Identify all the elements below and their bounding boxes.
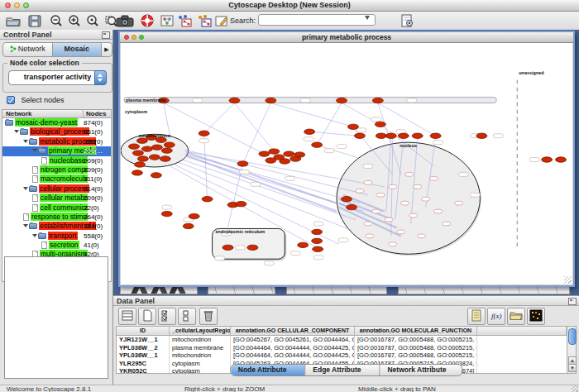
zoom-out-icon[interactable] xyxy=(48,13,65,28)
network-window-titlebar[interactable]: primary metabolic process xyxy=(120,32,573,43)
tab-edge-attribute-browser[interactable]: Edge Attribute Browser xyxy=(304,365,379,375)
tab-network-attribute-browser[interactable]: Network Attribute Browser xyxy=(379,365,462,375)
select-nodes-checkbox[interactable] xyxy=(7,96,15,104)
network-node[interactable] xyxy=(269,149,280,154)
network-node[interactable] xyxy=(376,193,385,197)
network-node[interactable] xyxy=(418,234,426,238)
network-node[interactable] xyxy=(237,161,248,166)
zoom-in-icon[interactable] xyxy=(66,13,83,28)
network-node[interactable] xyxy=(385,133,396,138)
network-node[interactable] xyxy=(414,184,422,189)
network-node[interactable] xyxy=(389,184,397,189)
matrix-icon[interactable] xyxy=(527,308,545,325)
tree-header-nodes[interactable]: Nodes xyxy=(83,110,106,117)
network-node[interactable] xyxy=(312,238,323,243)
network-node[interactable] xyxy=(372,209,380,213)
column-header[interactable]: annotation.GO CELLULAR_COMPONENT xyxy=(231,327,355,335)
network-node[interactable] xyxy=(132,151,143,155)
combo-stepper-icon[interactable] xyxy=(94,70,107,85)
zoom-fit-icon[interactable] xyxy=(84,13,101,28)
network-node[interactable] xyxy=(160,156,170,161)
node-color-combo[interactable]: transporter activity xyxy=(8,70,107,85)
network-node[interactable] xyxy=(385,218,393,222)
network-node[interactable] xyxy=(247,245,258,250)
network-node[interactable] xyxy=(164,142,175,147)
network-node[interactable] xyxy=(337,98,347,103)
network-canvas[interactable]: plasma membranecytoplasmmitochondrionnuc… xyxy=(121,43,572,284)
network-node[interactable] xyxy=(398,133,409,138)
tree-row[interactable]: nucleobase-209(0) xyxy=(2,156,111,165)
scroll-down-icon[interactable]: ▼ xyxy=(568,364,577,372)
search-input[interactable] xyxy=(258,14,376,26)
network-node[interactable] xyxy=(294,152,305,157)
tree-row[interactable]: cellular metabo209(0) xyxy=(2,194,111,203)
expand-arrow-icon[interactable] xyxy=(23,187,28,190)
import-attributes-icon[interactable] xyxy=(507,308,525,325)
network-node[interactable] xyxy=(266,158,276,163)
tree-row[interactable]: cell communicat22(0) xyxy=(2,203,111,213)
network-node[interactable] xyxy=(376,133,386,138)
network-node[interactable] xyxy=(266,98,276,103)
network-node[interactable] xyxy=(375,122,385,127)
network-node[interactable] xyxy=(151,145,162,150)
network-node[interactable] xyxy=(136,138,147,143)
tree-row[interactable]: establishment of lo558(0) xyxy=(2,222,111,231)
network-node[interactable] xyxy=(397,230,405,234)
network-node[interactable] xyxy=(128,144,139,149)
search-dropdown-icon[interactable] xyxy=(365,16,370,20)
network-node[interactable] xyxy=(223,245,233,250)
app-resize-grip[interactable] xyxy=(572,385,578,392)
network-node[interactable] xyxy=(229,98,240,103)
network-node[interactable] xyxy=(202,197,213,202)
layout-icon-1[interactable] xyxy=(175,13,194,28)
tree-row[interactable]: secretion41(0) xyxy=(2,241,111,250)
open-icon[interactable] xyxy=(5,13,22,28)
tab-network[interactable]: Network xyxy=(3,43,52,56)
select-attributes-icon[interactable] xyxy=(158,308,176,325)
network-node[interactable] xyxy=(151,173,161,178)
network-node[interactable] xyxy=(199,131,209,136)
function-builder-icon[interactable]: f(x) xyxy=(487,308,505,325)
network-node[interactable] xyxy=(434,209,443,213)
network-node[interactable] xyxy=(405,173,414,177)
network-node[interactable] xyxy=(236,201,246,206)
tree-header-network[interactable]: Network xyxy=(6,110,32,117)
tree-row[interactable]: transport558(0) xyxy=(2,232,111,241)
network-node[interactable] xyxy=(304,129,315,134)
float-panel-icon[interactable] xyxy=(102,31,110,39)
tree-row[interactable]: cellular process614(0) xyxy=(2,184,111,194)
network-node[interactable] xyxy=(556,157,567,162)
network-node[interactable] xyxy=(259,151,270,156)
network-node[interactable] xyxy=(149,155,160,160)
new-attribute-icon[interactable] xyxy=(138,308,156,325)
column-header[interactable]: _cellularLayoutRegion xyxy=(170,327,231,335)
network-node[interactable] xyxy=(161,148,172,153)
network-node[interactable] xyxy=(412,133,423,138)
save-icon[interactable] xyxy=(26,13,43,28)
expand-arrow-icon[interactable] xyxy=(14,130,19,133)
birds-eye-view[interactable] xyxy=(4,256,108,379)
table-row[interactable]: YPL036W__1mitochondrion[GO:0044464, GO:0… xyxy=(117,351,567,360)
tree-row[interactable]: macromolecule311(0) xyxy=(2,174,111,184)
network-node[interactable] xyxy=(364,180,372,184)
network-node[interactable] xyxy=(280,159,290,164)
network-node[interactable] xyxy=(137,156,148,161)
network-node[interactable] xyxy=(389,242,397,246)
notepad-icon[interactable] xyxy=(467,308,486,325)
tree-row[interactable]: primary metabo209(... xyxy=(2,146,111,155)
annotation-icon[interactable] xyxy=(213,13,230,28)
import-annotation-icon[interactable] xyxy=(399,13,415,28)
column-header[interactable]: annotation.GO MOLECULAR_FUNCTION xyxy=(355,327,477,335)
network-node[interactable] xyxy=(284,151,294,156)
float-panel-icon[interactable] xyxy=(568,298,577,305)
expand-arrow-icon[interactable] xyxy=(23,140,28,143)
snapshot-icon[interactable] xyxy=(114,13,136,28)
network-node[interactable] xyxy=(430,133,441,138)
network-node[interactable] xyxy=(183,223,194,228)
network-node[interactable] xyxy=(476,133,487,138)
network-node[interactable] xyxy=(542,157,553,162)
column-header[interactable]: ID xyxy=(117,327,170,335)
tab-mosaic[interactable]: Mosaic xyxy=(52,43,102,56)
network-node[interactable] xyxy=(132,170,142,175)
tree-row[interactable]: nitrogen compo209(0) xyxy=(2,165,111,174)
